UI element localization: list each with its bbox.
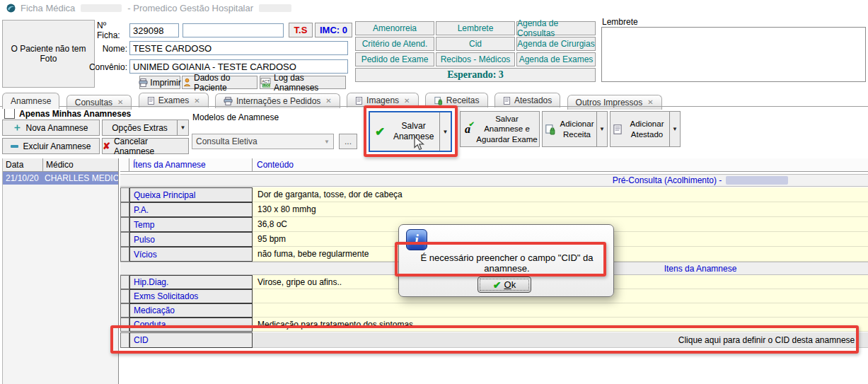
imc-badge: IMC: 0 bbox=[320, 25, 347, 35]
cid-placeholder[interactable]: Clique aqui para definir o CID desta ana… bbox=[253, 332, 868, 348]
tab-label: Receitas bbox=[446, 95, 480, 105]
recibos-medicos-button[interactable]: Recibos - Médicos bbox=[436, 52, 515, 66]
excluir-anamnese-label: Excluir Anamnese bbox=[23, 141, 91, 151]
close-tab-icon[interactable]: ✕ bbox=[647, 98, 653, 106]
apenas-minhas-checkbox[interactable] bbox=[4, 108, 15, 119]
row-selector[interactable] bbox=[120, 202, 129, 217]
row-selector[interactable] bbox=[120, 275, 129, 289]
document-icon bbox=[613, 124, 623, 135]
cid-button[interactable]: Cid bbox=[436, 37, 515, 51]
ficha-extra-input[interactable] bbox=[183, 23, 284, 37]
table-row: Queixa Principal Dor de garganta, tosse,… bbox=[120, 187, 868, 202]
tab-label: Atestados bbox=[514, 95, 552, 105]
row-selector[interactable] bbox=[120, 332, 129, 348]
salvar-anamnese-button[interactable]: ✔ Salvar Anamnese ▼ bbox=[369, 111, 452, 152]
tab-imagens[interactable]: Imagens✕ bbox=[347, 93, 418, 107]
svg-text:ACT: ACT bbox=[262, 78, 270, 83]
row-selector[interactable] bbox=[120, 303, 129, 318]
chevron-down-icon: ▼ bbox=[324, 139, 330, 145]
cid-warning-dialog: i É necessário preencher o campo "CID" d… bbox=[398, 224, 614, 297]
convenio-input[interactable] bbox=[129, 59, 348, 74]
redacted-block bbox=[726, 176, 788, 185]
ok-button[interactable]: ✔ Ok bbox=[478, 277, 531, 293]
esperando-bar: Esperando: 3 bbox=[355, 68, 596, 82]
row-label: Hip.Diag. bbox=[129, 275, 253, 289]
anamnese-row-selected[interactable]: 21/10/20 CHARLLES MEDICO bbox=[3, 172, 118, 185]
nome-label: Nome: bbox=[97, 42, 127, 56]
agenda-cirurgias-button[interactable]: Agenda de Cirurgias bbox=[516, 37, 596, 51]
opcoes-extras-button[interactable]: Opções Extras ▼ bbox=[102, 120, 189, 136]
nome-input[interactable] bbox=[129, 41, 348, 55]
tab-exames[interactable]: Exames✕ bbox=[139, 93, 209, 107]
patient-photo-placeholder: O Paciente não tem Foto bbox=[2, 20, 95, 88]
app-icon bbox=[6, 3, 16, 13]
row-selector[interactable] bbox=[120, 232, 129, 247]
lembrete-button[interactable]: Lembrete bbox=[436, 21, 515, 35]
row-selector[interactable] bbox=[120, 217, 129, 232]
lembrete-box[interactable] bbox=[601, 27, 866, 82]
dialog-message: É necessário preencher o campo "CID" da … bbox=[399, 252, 615, 274]
adicionar-receita-button[interactable]: Adicionar Receita ▼ bbox=[542, 111, 608, 147]
cancelar-anamnese-button[interactable]: ✘ Cancelar Anamnese bbox=[102, 138, 189, 154]
row-label: Temp bbox=[129, 217, 253, 232]
row-content[interactable]: Medicação para tratamento dos sintomas. bbox=[253, 318, 868, 332]
row-selector[interactable] bbox=[120, 318, 129, 332]
agenda-exames-button[interactable]: Agenda de Exames bbox=[516, 52, 596, 66]
col-data[interactable]: Data bbox=[3, 158, 43, 171]
document-icon bbox=[355, 96, 363, 105]
info-icon: i bbox=[406, 229, 427, 250]
printer-icon bbox=[224, 97, 233, 105]
tab-receitas[interactable]: Receitas bbox=[425, 93, 488, 107]
row-selector[interactable] bbox=[120, 289, 129, 303]
row-content[interactable]: Dor de garganta, tosse, dor de cabeça bbox=[253, 187, 868, 202]
row-label: P.A. bbox=[129, 202, 253, 217]
no-photo-text: O Paciente não tem Foto bbox=[3, 44, 94, 64]
tab-label: Imagens bbox=[366, 95, 399, 105]
excluir-anamnese-button[interactable]: Excluir Anamnese bbox=[2, 138, 100, 154]
nova-anamnese-label: Nova Anamnese bbox=[25, 123, 88, 133]
close-tab-icon[interactable]: ✕ bbox=[404, 97, 410, 105]
anamneses-list-panel: Data Médico 21/10/20 CHARLLES MEDICO bbox=[2, 158, 119, 384]
ficha-label: Nº Ficha: bbox=[97, 23, 127, 37]
chevron-down-icon[interactable]: ▼ bbox=[597, 126, 607, 132]
close-tab-icon[interactable]: ✕ bbox=[194, 97, 199, 105]
more-label: ... bbox=[345, 136, 352, 146]
row-selector[interactable] bbox=[120, 247, 129, 262]
row-content[interactable]: 130 x 80 mmhg bbox=[253, 202, 868, 217]
pedido-exame-button[interactable]: Pedido de Exame bbox=[355, 52, 434, 66]
close-tab-icon[interactable]: ✕ bbox=[117, 98, 123, 106]
nova-anamnese-button[interactable]: Nova Anamnese bbox=[2, 120, 100, 136]
col-medico[interactable]: Médico bbox=[43, 158, 118, 171]
salvar-aguardar-exame-button[interactable]: a ✔ Salvar Anamnese e Aguardar Exame bbox=[460, 111, 540, 147]
person-icon bbox=[183, 78, 192, 87]
criterio-atend-button[interactable]: Critério de Atend. bbox=[355, 37, 434, 51]
chevron-down-icon[interactable]: ▼ bbox=[440, 129, 451, 135]
agenda-consultas-button[interactable]: Agenda de Consultas bbox=[516, 21, 596, 35]
imprimir-button[interactable]: Imprimir bbox=[139, 76, 180, 89]
close-tab-icon[interactable]: ✕ bbox=[325, 97, 331, 105]
row-selector[interactable] bbox=[120, 187, 129, 202]
modelos-dropdown[interactable]: Consulta Eletiva ▼ bbox=[192, 134, 334, 149]
chevron-down-icon[interactable]: ▼ bbox=[178, 124, 188, 131]
row-content[interactable] bbox=[253, 303, 868, 318]
tab-consultas[interactable]: Consultas✕ bbox=[66, 95, 132, 110]
pre-consulta-title: Pré-Consulta (Acolhimento) - bbox=[613, 175, 722, 185]
modelos-more-button[interactable]: ... bbox=[339, 134, 357, 149]
log-anamneses-button[interactable]: ACTLOG Log das Anamneses bbox=[260, 76, 346, 89]
chevron-down-icon[interactable]: ▼ bbox=[670, 126, 680, 132]
tab-atestados[interactable]: Atestados bbox=[494, 93, 560, 107]
tab-anamnese[interactable]: Anamnese bbox=[2, 93, 59, 109]
amenorreia-button[interactable]: Amenorreia bbox=[355, 21, 434, 35]
tab-label: Internações e Pedidos bbox=[236, 96, 320, 106]
dados-do-paciente-button[interactable]: Dados do Paciente bbox=[182, 76, 257, 89]
tab-outros-impressos[interactable]: Outros Impressos✕ bbox=[567, 95, 662, 110]
ok-label: Ok bbox=[504, 279, 516, 290]
adicionar-atestado-button[interactable]: Adicionar Atestado ▼ bbox=[610, 111, 681, 147]
row-label: Pulso bbox=[129, 232, 253, 247]
tab-strip-divider bbox=[0, 106, 868, 107]
mouse-cursor bbox=[414, 136, 426, 153]
ficha-input[interactable] bbox=[129, 23, 179, 37]
ficha-medica-window: Ficha Médica - Promedico Gestão Hospital… bbox=[0, 0, 868, 384]
check-icon: ✔ bbox=[493, 279, 502, 291]
convenio-label: Convênio: bbox=[88, 60, 127, 74]
